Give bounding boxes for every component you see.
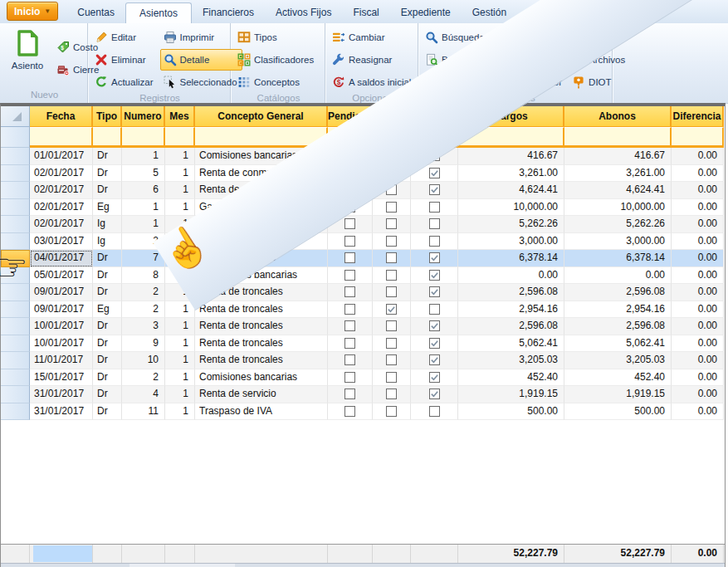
cell-pendiente[interactable] — [328, 369, 373, 387]
cell-tipo[interactable]: Dr — [93, 182, 122, 199]
checkbox-diot[interactable] — [386, 202, 397, 213]
scrollbar-thumb[interactable] — [129, 564, 235, 567]
cell-mes[interactable]: 1 — [165, 369, 195, 387]
cell-cargos[interactable]: 500.00 — [458, 403, 564, 421]
cell-abonos[interactable]: 4,624.41 — [564, 182, 672, 199]
editar-button[interactable]: Editar — [91, 27, 159, 48]
movimientos-por-clasificador-button[interactable]: Movimientos por clasificador — [422, 71, 567, 93]
checkbox-archivos[interactable] — [429, 236, 440, 247]
cell-tipo[interactable]: Ig — [93, 233, 122, 251]
cell-cargos[interactable]: 452.40 — [458, 369, 564, 387]
cell-diot[interactable] — [373, 369, 411, 387]
cell-concepto[interactable]: Comisiones bancarias — [195, 148, 328, 165]
checkbox-archivos[interactable] — [429, 406, 440, 417]
cell-cargos[interactable]: 4,624.41 — [458, 182, 564, 199]
cell-mes[interactable]: 1 — [165, 318, 195, 335]
cell-diot[interactable] — [373, 301, 411, 319]
cell-diot[interactable] — [373, 318, 411, 335]
checkbox-archivos[interactable] — [429, 218, 440, 229]
cell-fecha[interactable]: 09/01/2017 — [30, 284, 93, 301]
checkbox-archivos[interactable] — [429, 270, 440, 281]
cell-pendiente[interactable] — [328, 199, 373, 217]
cell-diot[interactable] — [373, 267, 411, 285]
cell-fecha[interactable]: 05/01/2017 — [30, 267, 93, 285]
cell-diot[interactable] — [373, 233, 411, 251]
eliminar-button[interactable]: Eliminar — [91, 49, 159, 71]
cell-abonos[interactable]: 5,262.26 — [564, 216, 672, 233]
filter-cargos[interactable] — [458, 127, 564, 148]
cell-archivos[interactable] — [411, 165, 458, 183]
cell-abonos[interactable]: 2,596.08 — [564, 318, 672, 335]
filter-pendiente[interactable] — [328, 127, 373, 148]
checkbox-pendiente[interactable] — [344, 389, 355, 399]
column-header-fecha[interactable]: Fecha — [30, 106, 93, 127]
row-indicator[interactable] — [1, 267, 30, 285]
cell-pendiente[interactable] — [328, 148, 373, 165]
cell-archivos[interactable] — [411, 284, 458, 301]
checkbox-pendiente[interactable] — [344, 236, 355, 247]
cell-fecha[interactable]: 02/01/2017 — [30, 165, 93, 183]
cell-pendiente[interactable] — [328, 250, 373, 267]
cell-numero[interactable]: 9 — [122, 335, 165, 353]
cell-archivos[interactable] — [411, 250, 458, 267]
cell-archivos[interactable] — [411, 267, 458, 285]
cell-numero[interactable]: 10 — [122, 352, 165, 369]
cell-tipo[interactable]: Dr — [93, 403, 122, 421]
checkbox-pendiente[interactable] — [344, 252, 355, 263]
cell-fecha[interactable]: 09/01/2017 — [30, 301, 93, 319]
cell-tipo[interactable]: Eg — [93, 199, 122, 217]
cell-mes[interactable]: 1 — [165, 148, 195, 165]
cell-diot[interactable] — [373, 148, 411, 165]
cell-pendiente[interactable] — [328, 335, 373, 353]
cell-mes[interactable]: 1 — [165, 335, 195, 353]
cell-concepto[interactable]: Renta de conmutador virtual — [195, 216, 328, 233]
checkbox-diot[interactable] — [386, 286, 397, 297]
cell-concepto[interactable]: Renta de troncales — [195, 318, 328, 335]
cell-abonos[interactable]: 5,062.41 — [564, 335, 672, 353]
cell-numero[interactable]: 2 — [122, 284, 165, 301]
reasignar-button[interactable]: Reasignar — [329, 49, 427, 71]
cell-diferencia[interactable]: 0.00 — [672, 148, 724, 165]
cell-abonos[interactable]: 6,378.14 — [564, 250, 672, 267]
cell-fecha[interactable]: 03/01/2017 — [30, 233, 93, 251]
checkbox-archivos[interactable] — [429, 354, 440, 365]
checkbox-archivos[interactable] — [429, 286, 440, 297]
cell-diot[interactable] — [373, 352, 411, 369]
cell-archivos[interactable] — [411, 199, 458, 217]
checkbox-pendiente[interactable] — [344, 338, 355, 349]
column-header-concepto[interactable]: Concepto General — [195, 106, 328, 127]
cell-pendiente[interactable] — [328, 165, 373, 183]
clasificadores-button[interactable]: Clasificadores — [234, 49, 319, 71]
cell-mes[interactable]: 1 — [165, 199, 195, 217]
archivos-button[interactable]: Archivos — [569, 49, 630, 71]
checkbox-pendiente[interactable] — [344, 184, 355, 195]
cell-pendiente[interactable] — [328, 352, 373, 369]
checkbox-pendiente[interactable] — [344, 168, 355, 178]
cell-diot[interactable] — [373, 335, 411, 353]
cell-numero[interactable]: 3 — [122, 318, 165, 335]
checkbox-pendiente[interactable] — [344, 320, 355, 331]
cell-concepto[interactable]: Renta de conmutador virtual — [195, 182, 328, 199]
inicio-menu-button[interactable]: Inicio ▼ — [7, 2, 58, 21]
cell-abonos[interactable]: 452.40 — [564, 369, 672, 387]
cell-diferencia[interactable]: 0.00 — [672, 318, 724, 335]
cell-tipo[interactable]: Dr — [93, 318, 122, 335]
cell-tipo[interactable]: Dr — [93, 250, 122, 267]
tab-asientos[interactable]: Asientos — [125, 2, 192, 23]
tab-gestion[interactable]: Gestión — [462, 2, 517, 23]
cell-concepto[interactable]: Comisiones bancarias — [195, 267, 328, 285]
table-row[interactable]: 02/01/2017Ig11Renta de conmutador virtua… — [1, 216, 725, 233]
column-header-pendiente[interactable]: Pendiente — [328, 106, 373, 127]
checkbox-diot[interactable] — [386, 168, 397, 178]
cell-concepto[interactable]: Renta de troncales — [195, 301, 328, 319]
cell-archivos[interactable] — [411, 352, 458, 369]
cell-cargos[interactable]: 2,596.08 — [458, 284, 564, 301]
filter-diot[interactable] — [373, 127, 411, 148]
checkbox-pendiente[interactable] — [344, 354, 355, 365]
cell-tipo[interactable]: Eg — [93, 301, 122, 319]
tab-fiscal[interactable]: Fiscal — [342, 2, 389, 23]
cell-abonos[interactable]: 1,919.15 — [564, 386, 672, 403]
cell-numero[interactable]: 8 — [122, 267, 165, 285]
cell-archivos[interactable] — [411, 301, 458, 319]
checkbox-diot[interactable] — [386, 304, 397, 315]
